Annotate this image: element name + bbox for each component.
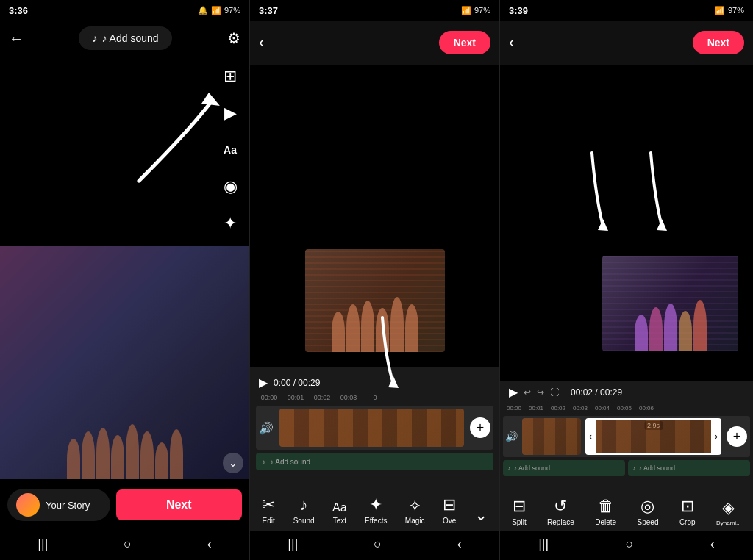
settings-icon[interactable]: ⚙ bbox=[227, 29, 240, 47]
time-display-1: 3:36 bbox=[9, 5, 28, 16]
sound-tool[interactable]: ♪ Sound bbox=[293, 495, 315, 525]
chevron-down-icon[interactable]: ⌄ bbox=[223, 453, 243, 473]
nav-back-icon-3[interactable]: ‹ bbox=[710, 536, 715, 552]
tick3-2: 00:02 bbox=[547, 405, 569, 412]
selected-clip[interactable]: ‹ › bbox=[585, 418, 721, 455]
nav-home-icon[interactable]: ||| bbox=[38, 536, 48, 552]
timeline-3: ▶ ↩ ↪ ⛶ 00:02 / 00:29 00:00 00:01 00:02 … bbox=[500, 381, 753, 478]
bottom-tools-2: ✂ Edit ♪ Sound Aa Text ✦ Effects ⟡ Magic… bbox=[250, 478, 499, 531]
effects-tool[interactable]: ✦ Effects bbox=[365, 495, 387, 525]
split-tool[interactable]: ⊟ Split bbox=[512, 497, 526, 526]
timeline-track-2: 🔊 + bbox=[256, 406, 493, 450]
text-icon[interactable]: Aa bbox=[217, 137, 243, 163]
tick3-6: 00:06 bbox=[635, 405, 657, 412]
more-tool[interactable]: ⌄ bbox=[474, 506, 488, 525]
add-clip-button-3[interactable]: + bbox=[727, 426, 747, 447]
effects-icon[interactable]: ✦ bbox=[217, 210, 243, 237]
play-button-3[interactable]: ▶ bbox=[509, 385, 518, 399]
nav-home-icon-3[interactable]: ||| bbox=[538, 536, 549, 552]
video-effect-icon[interactable]: ▶ bbox=[217, 100, 243, 126]
next-button-3[interactable]: Next bbox=[693, 31, 744, 54]
sound-music-icon: ♪ bbox=[262, 458, 265, 466]
undo-icon[interactable]: ↩ bbox=[524, 387, 531, 398]
video-clip-2[interactable] bbox=[279, 409, 464, 447]
play-button-2[interactable]: ▶ bbox=[259, 376, 268, 390]
sticker-icon[interactable]: ◉ bbox=[217, 173, 243, 200]
nav-circle-icon-2[interactable]: ○ bbox=[374, 536, 382, 552]
next-button-2[interactable]: Next bbox=[439, 31, 490, 54]
video-preview-1 bbox=[0, 246, 249, 479]
magic-icon: ⟡ bbox=[410, 495, 421, 514]
status-bar-1: 3:36 🔔 📶 97% bbox=[0, 0, 249, 21]
back-button-2[interactable]: ‹ bbox=[259, 33, 264, 52]
delete-tool[interactable]: 🗑 Delete bbox=[595, 497, 616, 526]
sound-strip-3b: ♪ ♪ Add sound bbox=[628, 460, 750, 476]
your-story-button[interactable]: Your Story bbox=[7, 489, 110, 521]
dynamic-label: Dynami... bbox=[716, 520, 741, 526]
text-tool[interactable]: Aa Text bbox=[332, 501, 347, 525]
overlay-tool[interactable]: ⊟ Ove bbox=[443, 495, 456, 525]
effects-icon-2: ✦ bbox=[369, 495, 382, 514]
magic-tool[interactable]: ⟡ Magic bbox=[405, 495, 425, 525]
music-icon-3b: ♪ bbox=[632, 464, 636, 472]
panel-header-2: ‹ Next bbox=[250, 21, 499, 65]
delete-icon: 🗑 bbox=[598, 497, 614, 516]
nav-back-icon-2[interactable]: ‹ bbox=[457, 536, 462, 552]
speed-label: Speed bbox=[638, 518, 659, 526]
replace-tool[interactable]: ↺ Replace bbox=[547, 497, 574, 526]
edit-tool[interactable]: ✂ Edit bbox=[262, 495, 275, 525]
your-story-label: Your Story bbox=[46, 500, 90, 511]
clip-handle-right[interactable]: › bbox=[711, 420, 721, 453]
next-button-1[interactable]: Next bbox=[116, 489, 243, 520]
dynamic-icon: ◈ bbox=[722, 498, 735, 517]
speed-tool[interactable]: ◎ Speed bbox=[638, 497, 659, 526]
music-note-icon: ♪ bbox=[92, 32, 97, 44]
redo-icon[interactable]: ↪ bbox=[537, 387, 544, 398]
add-sound-label: ♪ Add sound bbox=[101, 32, 158, 44]
nav-circle-icon[interactable]: ○ bbox=[124, 536, 132, 552]
timeline-ruler-2: 00:00 00:01 00:02 00:03 0 bbox=[250, 392, 499, 403]
timeline-ruler-3: 00:00 00:01 00:02 00:03 00:04 00:05 00:0… bbox=[500, 403, 753, 413]
sound-strip-2: ♪ ♪ Add sound bbox=[256, 453, 493, 470]
clip-handle-left[interactable]: ‹ bbox=[585, 420, 596, 453]
magic-label: Magic bbox=[405, 517, 425, 525]
panel-header-3: ‹ Next bbox=[500, 21, 753, 65]
status-bar-2: 3:37 📶 97% bbox=[250, 0, 499, 21]
video-canvas-2 bbox=[250, 65, 499, 367]
back-button-3[interactable]: ‹ bbox=[509, 33, 514, 52]
replace-icon: ↺ bbox=[554, 497, 567, 516]
volume-icon: 🔊 bbox=[259, 421, 274, 435]
tick-1: 00:01 bbox=[282, 394, 309, 401]
panel-3: 3:39 📶 97% ‹ Next bbox=[500, 0, 753, 560]
tick3-0: 00:00 bbox=[503, 405, 525, 412]
clip-1[interactable] bbox=[522, 418, 581, 455]
status-bar-3: 3:39 📶 97% bbox=[500, 0, 753, 21]
layout-icon[interactable]: ⊞ bbox=[217, 63, 243, 90]
stage-thumbnail-2 bbox=[305, 249, 445, 352]
back-icon-1[interactable]: ← bbox=[9, 30, 24, 47]
tick-4: 0 bbox=[362, 394, 388, 401]
add-sound-button[interactable]: ♪ ♪ Add sound bbox=[79, 26, 171, 50]
sound-strips-3: ♪ ♪ Add sound ♪ ♪ Add sound bbox=[503, 460, 750, 476]
nav-circle-icon-3[interactable]: ○ bbox=[626, 536, 634, 552]
sound-icon: ♪ bbox=[300, 495, 308, 514]
speed-icon: ◎ bbox=[640, 497, 654, 516]
time-3: 3:39 bbox=[509, 5, 528, 16]
avatar bbox=[16, 493, 40, 517]
crop-label: Crop bbox=[679, 518, 696, 526]
dynamic-tool[interactable]: ◈ Dynami... bbox=[716, 498, 741, 526]
add-sound-label-3a[interactable]: ♪ Add sound bbox=[514, 464, 551, 472]
status-icons-2: 📶 97% bbox=[461, 6, 490, 15]
crop-tool[interactable]: ⊡ Crop bbox=[679, 497, 696, 526]
add-sound-label-3b[interactable]: ♪ Add sound bbox=[639, 464, 676, 472]
nav-back-icon[interactable]: ‹ bbox=[207, 536, 212, 552]
main-video-area: ⊞ ▶ Aa ◉ ✦ ⬤ + ⌄ bbox=[0, 56, 249, 479]
performers-3 bbox=[602, 284, 738, 351]
nav-home-icon-2[interactable]: ||| bbox=[288, 536, 298, 552]
fullscreen-icon[interactable]: ⛶ bbox=[550, 387, 559, 398]
sound-label-2[interactable]: ♪ Add sound bbox=[270, 458, 310, 466]
effects-label: Effects bbox=[365, 517, 387, 525]
more-icon: ⌄ bbox=[474, 506, 488, 525]
add-clip-button-2[interactable]: + bbox=[470, 417, 490, 438]
music-icon-3a: ♪ bbox=[507, 464, 511, 472]
